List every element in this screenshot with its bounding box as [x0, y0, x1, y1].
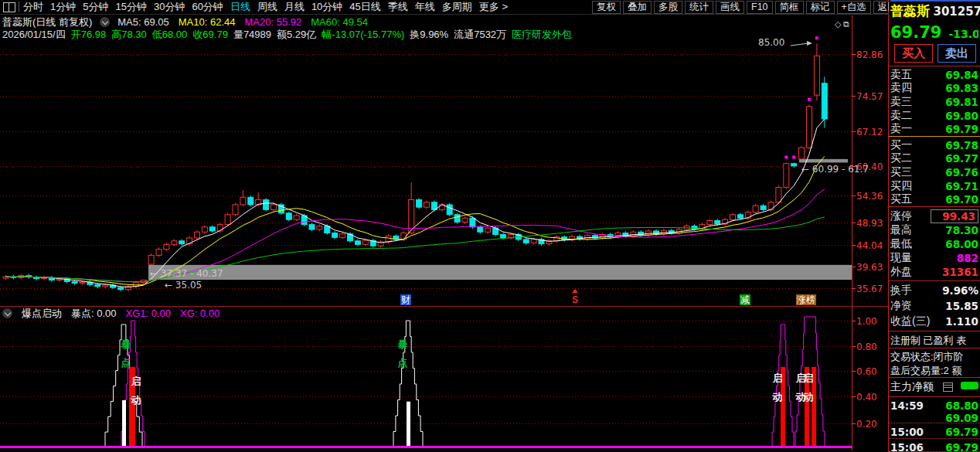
quote-row-value: 78.30: [945, 224, 978, 236]
candle-body: [362, 240, 368, 244]
quote-separator: [889, 206, 980, 207]
quote-row[interactable]: 买二69.77: [890, 152, 978, 165]
tool-menu-item[interactable]: F10: [747, 1, 773, 14]
quote-row[interactable]: 买三69.76: [890, 165, 978, 178]
candle-body: [80, 282, 85, 283]
quote-row-value: 69.83: [945, 82, 978, 94]
diamond-icon[interactable]: ◇: [835, 19, 841, 29]
indicator-collapse-icon[interactable]: [2, 308, 12, 318]
period-menu-item[interactable]: 多周期: [442, 0, 472, 14]
quote-row[interactable]: 卖二69.80: [890, 109, 978, 122]
chart-annotation: ← 60.99 - 61.7: [801, 164, 869, 175]
period-menu-item[interactable]: 15分钟: [115, 0, 146, 14]
quote-row[interactable]: 买四69.71: [890, 179, 978, 192]
spike-label: 启动: [802, 369, 815, 406]
period-menu-item[interactable]: 更多 >: [479, 0, 508, 14]
quote-row[interactable]: 卖一69.79: [890, 123, 978, 136]
quote-row-value: 882: [957, 252, 978, 264]
quote-row-value: 69.71: [945, 180, 978, 192]
quote-row-value: 69.84: [945, 69, 978, 81]
quote-row-label: 卖四: [890, 81, 912, 95]
candle-body: [707, 220, 713, 224]
ma-values: MA5: 69.05MA10: 62.44MA20: 55.92MA60: 49…: [117, 16, 368, 28]
period-menu-item[interactable]: 30分钟: [154, 0, 185, 14]
chevron-down-icon[interactable]: [100, 17, 110, 27]
chart-annotation: ← 35.05: [165, 280, 202, 291]
candle-body: [95, 284, 100, 287]
candle-body: [462, 218, 468, 222]
ohlc-item: 流通7532万: [454, 28, 506, 42]
tool-menu-item[interactable]: 标记: [806, 1, 835, 14]
period-menu-item[interactable]: 5分钟: [83, 0, 108, 14]
period-menu-item[interactable]: 月线: [284, 0, 305, 14]
spike-label: 暴点: [120, 335, 132, 372]
ohlc-item: 2026/01/15/四: [2, 28, 66, 42]
ohlc-row: 2026/01/15/四开76.98高78.30低68.00收69.79量749…: [2, 29, 572, 40]
quote-row[interactable]: 买五69.70: [890, 193, 978, 206]
quote-row[interactable]: 卖四69.83: [890, 82, 978, 95]
candle-body: [271, 205, 277, 209]
indicator-param: XG: 0.00: [180, 308, 219, 319]
quote-row[interactable]: 买一69.78: [890, 138, 978, 151]
tool-menu-item[interactable]: 多股: [654, 1, 682, 14]
candle-body: [737, 215, 743, 218]
candle-body: [822, 83, 827, 119]
candle-body: [631, 232, 636, 236]
split-screen-icon[interactable]: [3, 2, 15, 12]
status-line: 交易状态:闭市阶: [890, 350, 978, 364]
quote-row: 最低68.00: [890, 237, 978, 250]
tool-menu-item[interactable]: 复权: [592, 1, 621, 14]
quote-row: 外盘31361: [890, 265, 978, 278]
sell-button[interactable]: 卖出: [937, 44, 976, 63]
spike-label: 启动: [771, 369, 784, 406]
buy-button[interactable]: 买入: [894, 44, 933, 63]
tool-menu-item[interactable]: 简框: [775, 1, 804, 14]
window-icon[interactable]: ⧉: [843, 19, 849, 29]
candle-body: [447, 205, 452, 215]
indicator-param: 暴点: 0.00: [71, 307, 117, 321]
candle-body: [776, 187, 781, 202]
period-menu-item[interactable]: 分时: [23, 0, 43, 14]
tool-menu-item[interactable]: 统计: [685, 1, 713, 14]
quote-row-value: 99.43: [931, 209, 978, 223]
axis-label: 0.80: [856, 342, 889, 352]
quote-row-label: 最低: [890, 237, 912, 251]
tool-menu-item[interactable]: +自选: [837, 1, 871, 14]
ma-value: MA20: 55.92: [245, 16, 302, 28]
signal-dot: [792, 155, 795, 158]
tool-menu-item[interactable]: 叠加: [623, 1, 652, 14]
candle-body: [172, 241, 177, 244]
period-menu-item[interactable]: 周线: [257, 0, 277, 14]
quote-row-label: 最高: [890, 223, 912, 237]
quote-row: 现量882: [890, 251, 978, 264]
indicator-bar: [407, 402, 410, 447]
indicator-name: 爆点启动: [22, 307, 62, 321]
axis-label: 39.63: [856, 262, 889, 273]
period-menu-item[interactable]: 60分钟: [192, 0, 223, 14]
candle-body: [317, 226, 322, 229]
spike-label: 暴点: [396, 335, 409, 372]
notice-line: 注册制 已盈利 表: [890, 334, 978, 348]
period-menu-item[interactable]: 45日线: [349, 0, 380, 14]
quote-row[interactable]: 卖三69.81: [890, 95, 978, 108]
period-menu-item[interactable]: 10分钟: [311, 0, 342, 14]
period-menu-item[interactable]: 季线: [388, 0, 408, 14]
axis-label: 74.57: [856, 91, 889, 102]
quote-row-label: 外盘: [890, 265, 912, 279]
period-menu-item[interactable]: 日线: [230, 0, 250, 14]
quote-row-value: 69.76: [945, 166, 978, 178]
quote-row-value: 1.110: [945, 315, 978, 328]
last-price: 69.79: [890, 23, 941, 42]
candle-body: [386, 236, 391, 242]
ohlc-item: 高78.30: [111, 28, 147, 42]
ohlc-item: 低68.00: [152, 28, 188, 42]
quote-row: 换手9.96%: [890, 284, 978, 297]
quote-row-value: 69.80: [945, 110, 978, 122]
period-menu-item[interactable]: 1分钟: [50, 0, 76, 14]
candle-body: [240, 197, 246, 205]
quote-row[interactable]: 卖五69.84: [890, 68, 978, 81]
list-icon[interactable]: [943, 382, 953, 392]
period-menu-item[interactable]: 年线: [415, 0, 435, 14]
candle-body: [286, 213, 291, 219]
tool-menu-item[interactable]: 画线: [716, 1, 744, 14]
